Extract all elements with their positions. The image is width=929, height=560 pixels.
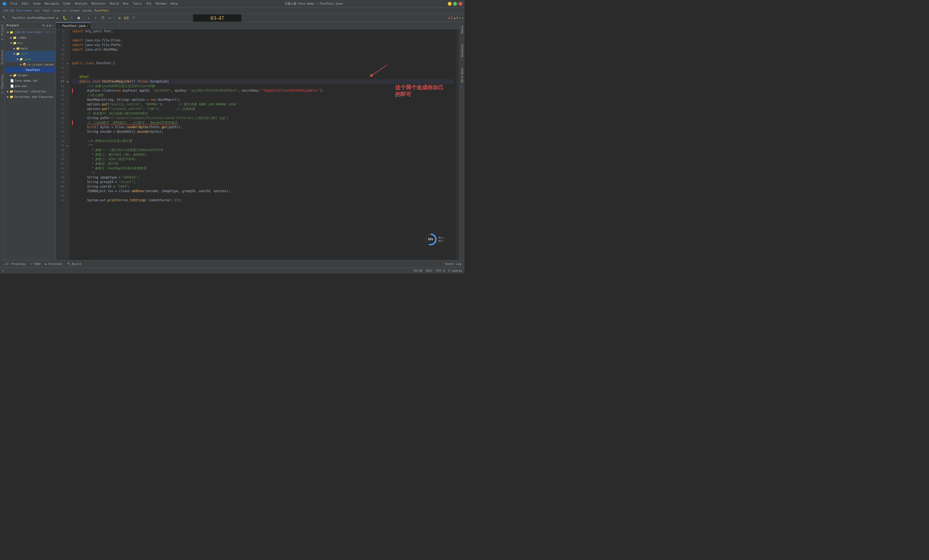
menu-navigate[interactable]: Navigate [43, 2, 61, 6]
tree-target[interactable]: ▶ 📁 target [5, 73, 56, 78]
stop-button[interactable]: ⏹ [75, 15, 82, 21]
problems-tab[interactable]: ⚠ 6: Problems [1, 261, 28, 267]
toolbar: 🔨 FaceTest.testFaceRegister ▼ ▶ 🐛 ⚡ ⏹ ↓ … [0, 14, 464, 22]
tab-java-icon: ☕ [58, 24, 60, 28]
breadcrumb-baidu[interactable]: baidu [83, 9, 92, 12]
tab-close-button[interactable]: ✕ [87, 24, 88, 28]
settings-button[interactable]: ⚙ [117, 15, 123, 21]
minimize-button[interactable] [448, 2, 452, 6]
menu-help[interactable]: Help [169, 2, 179, 6]
window-controls [448, 2, 462, 6]
toolbar-build-btn[interactable]: 🔨 [1, 15, 8, 21]
favorites-tab[interactable]: 2: Favorites [0, 72, 5, 96]
breadcrumb-java[interactable]: java [53, 9, 60, 12]
git-update-btn[interactable]: ↓ [86, 15, 92, 21]
structure-tab[interactable]: Structure [0, 48, 5, 67]
code-line-30: //4.调用api方法完成人脸注册 [72, 139, 454, 143]
git-history-btn[interactable]: ⏱ [100, 15, 106, 21]
main-expand-icon: ▶ [14, 47, 15, 50]
help-button[interactable]: ? [130, 15, 137, 21]
window-title: 注册人脸-face-demo – FaceTest.java [285, 2, 343, 6]
target-folder-icon: 📁 [13, 73, 17, 77]
code-line-9: import java.nio.file.Paths; [72, 43, 454, 47]
menu-file[interactable]: File [9, 2, 19, 6]
breadcrumb-itcast[interactable]: itcast [69, 9, 80, 12]
tree-iml[interactable]: 📄 face-demo.iml [5, 78, 56, 83]
tree-src-label: src [17, 41, 23, 45]
clock-widget: 03-47 [193, 14, 241, 22]
todo-tab[interactable]: ✓ TODO [28, 261, 43, 267]
menu-analyze[interactable]: Analyze [73, 2, 89, 6]
menu-view[interactable]: View [32, 2, 42, 6]
editor-tabs: ☕ FaceTest.java ✕ [56, 22, 460, 29]
indent-setting[interactable]: 4 spaces [448, 269, 462, 272]
tree-java[interactable]: ▼ 📁 java [5, 57, 56, 62]
breadcrumb-current[interactable]: FaceTest [95, 9, 109, 12]
tree-test[interactable]: ▼ 📁 test [5, 51, 56, 57]
menu-window[interactable]: Window [154, 2, 168, 6]
translate-button[interactable]: A文 [123, 15, 130, 21]
line-separator[interactable]: CRLF [426, 269, 433, 272]
sync-icon[interactable]: ⟳ [42, 24, 45, 28]
main-folder-icon: 📁 [16, 47, 20, 50]
code-line-41: JSONObject res = client.addUser(encode, … [72, 189, 454, 193]
project-tab[interactable]: 1: Project [0, 22, 5, 43]
maven-tab[interactable]: Maven [460, 23, 464, 35]
code-line-31: /** [72, 143, 454, 148]
menu-code[interactable]: Code [61, 2, 72, 6]
git-revert-btn[interactable]: ↩ [106, 15, 113, 21]
maximize-button[interactable] [453, 2, 457, 6]
tree-facetest[interactable]: ☕ FaceTest [5, 67, 56, 73]
breadcrumb-project[interactable]: 注册人脸-face-demo [2, 9, 32, 13]
error-indicator-bar: ● 2 ▲ 6 ∧ ∨ [448, 16, 463, 19]
editor-tab-facetest[interactable]: ☕ FaceTest.java ✕ [56, 22, 91, 29]
tree-main[interactable]: ▶ 📁 main [5, 46, 56, 51]
tree-main-label: main [21, 47, 28, 50]
network-speeds: 0K/s 0K/s [438, 236, 444, 242]
settings-icon[interactable]: ⚙ [49, 24, 51, 28]
problems-label: 6: Problems [6, 262, 26, 266]
build-tab[interactable]: 🔨 Build [65, 261, 83, 267]
menu-vcs[interactable]: VCS [144, 2, 153, 6]
git-push-btn[interactable]: ↑ [92, 15, 99, 21]
main-layout: 1: Project Structure 2: Favorites Projec… [0, 22, 464, 260]
menu-run[interactable]: Run [121, 2, 130, 6]
tree-root[interactable]: ▼ 📁 注册人脸-face-demo D:\软件\学习软件\毕业设计\打工人\百… [5, 29, 56, 35]
run-button[interactable]: ▶ [55, 15, 61, 21]
tree-target-label: target [17, 73, 28, 77]
encoding[interactable]: UTF-8 [436, 269, 445, 272]
line-numbers: 6 7 8 9 10 11 12 13 14 15 16 17 18 19 20… [56, 29, 66, 260]
breadcrumb-cn[interactable]: cn [63, 9, 66, 12]
event-log-label: Event Log [443, 261, 463, 267]
tree-pom[interactable]: 📄 pom.xml [5, 83, 56, 89]
editor-content[interactable]: 6 7 8 9 10 11 12 13 14 15 16 17 18 19 20… [56, 29, 460, 260]
breadcrumb-test[interactable]: test [43, 9, 50, 12]
hide-icon[interactable]: – [52, 24, 54, 28]
tree-ext-libs-label: External Libraries [14, 90, 46, 93]
code-line-10: import java.util.HashMap; [72, 47, 454, 52]
run-with-coverage-btn[interactable]: ⚡ [69, 15, 75, 21]
terminal-tab[interactable]: ▶ Terminal [43, 261, 65, 267]
code-editor[interactable]: import org.junit.Test; import java.nio.f… [70, 29, 457, 260]
event-log-tab[interactable]: Event Log [443, 261, 463, 267]
tree-package[interactable]: ▼ 📦 cn.itcast.baidu [5, 62, 56, 67]
menu-edit[interactable]: Edit [20, 2, 31, 6]
menu-tools[interactable]: Tools [131, 2, 143, 6]
breadcrumb-src[interactable]: src [35, 9, 40, 12]
iml-file-icon: 📄 [10, 79, 14, 83]
pkg-icon: 📦 [23, 63, 26, 66]
tree-src[interactable]: ▼ 📁 src [5, 40, 56, 46]
menu-refactor[interactable]: Refactor [90, 2, 107, 6]
run-config-selector[interactable]: FaceTest.testFaceRegister ▼ [11, 15, 54, 21]
cursor-position[interactable]: 26:44 [414, 269, 422, 272]
collapse-icon[interactable]: ≡ [46, 24, 48, 28]
tree-ext-libs[interactable]: ▶ 📁 External Libraries [5, 89, 56, 94]
tree-idea[interactable]: ▶ 📁 .idea [5, 35, 56, 40]
close-button[interactable] [458, 2, 462, 6]
tree-scratches[interactable]: ▶ 📁 Scratches and Consoles [5, 94, 56, 99]
menu-build[interactable]: Build [108, 2, 120, 6]
database-tab[interactable]: Database [460, 42, 464, 59]
debug-button[interactable]: 🐛 [61, 15, 68, 21]
vertical-scrollbar[interactable] [457, 29, 460, 260]
wordbook-tab[interactable]: Word Book [460, 66, 464, 84]
